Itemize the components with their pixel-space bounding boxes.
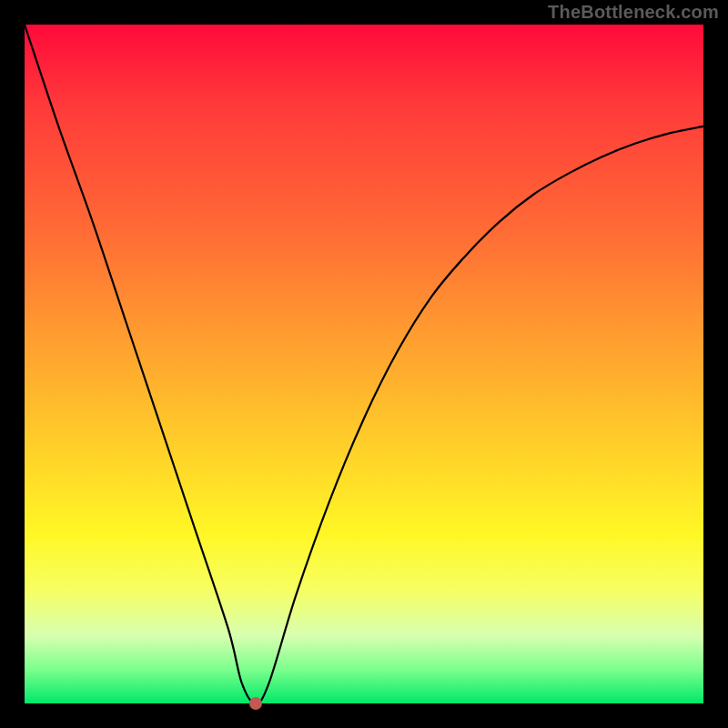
watermark-text: TheBottleneck.com xyxy=(548,2,719,23)
plot-area xyxy=(25,25,703,703)
minimum-marker xyxy=(249,697,262,710)
chart-frame: TheBottleneck.com xyxy=(0,0,728,728)
line-curve xyxy=(25,25,703,703)
